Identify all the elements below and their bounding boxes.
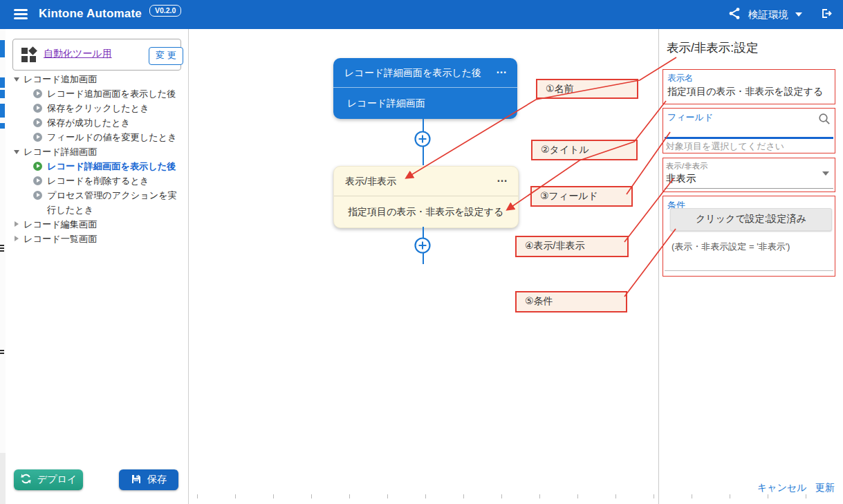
event-icon xyxy=(33,191,42,200)
app-header: Kintone Automate V0.2.0 検証環境 xyxy=(0,0,843,29)
tree-item-record-delete[interactable]: レコードを削除するとき xyxy=(12,174,185,188)
expand-icon xyxy=(15,221,19,227)
condition-group: 条件 クリックで設定:設定済み (表示・非表示設定 = '非表示') xyxy=(663,196,835,277)
node-divider xyxy=(333,87,517,88)
deploy-button[interactable]: デプロイ xyxy=(14,469,83,490)
chevron-down-icon[interactable] xyxy=(795,12,802,17)
annotation-box-visibility: ④表示/非表示 xyxy=(515,236,629,257)
name-field-group: 表示名 指定項目の表示・非表示を設定する xyxy=(663,69,835,104)
name-field-value[interactable]: 指定項目の表示・非表示を設定する xyxy=(667,86,823,98)
annotation-box-name: ①名前 xyxy=(536,79,638,99)
version-badge: V0.2.0 xyxy=(149,5,181,17)
change-app-button[interactable]: 変 更 xyxy=(149,47,183,65)
event-icon xyxy=(33,133,42,142)
app-title: Kintone Automate xyxy=(39,7,142,21)
tree-group-record-list[interactable]: レコード一覧画面 xyxy=(12,232,185,246)
deploy-label: デプロイ xyxy=(37,474,77,486)
field-search-input[interactable] xyxy=(666,124,828,138)
name-field-label: 表示名 xyxy=(667,73,694,84)
select-underline xyxy=(665,188,833,189)
app-card: 自動化ツール用 変 更 xyxy=(12,39,181,71)
visibility-select-group[interactable]: 表示/非表示 非表示 xyxy=(663,158,835,192)
visibility-label: 表示/非表示 xyxy=(666,161,708,171)
update-button[interactable]: 更新 xyxy=(815,482,835,494)
logout-icon[interactable] xyxy=(819,6,833,24)
tree-group-record-edit[interactable]: レコード編集画面 xyxy=(12,217,185,232)
collapse-icon xyxy=(14,150,19,154)
sidebar: 自動化ツール用 変 更 レコード追加画面 レコード追加画面を表示した後 保存をク… xyxy=(6,29,189,504)
tree-item-save-success[interactable]: 保存が成功したとき xyxy=(12,115,185,130)
share-icon[interactable] xyxy=(728,7,741,23)
tree-item-save-clicked[interactable]: 保存をクリックしたとき xyxy=(12,101,185,115)
node-menu-icon[interactable]: … xyxy=(497,172,508,185)
save-button[interactable]: 保存 xyxy=(119,469,178,490)
field-placeholder: 対象項目を選択してください xyxy=(666,140,784,153)
app-link[interactable]: 自動化ツール用 xyxy=(44,48,112,60)
condition-set-button[interactable]: クリックで設定:設定済み xyxy=(670,208,832,231)
action-node-title: 表示/非表示 xyxy=(345,176,396,188)
flow-canvas: レコード詳細画面を表示した後 … レコード詳細画面 表示/非表示 … 指定項目の… xyxy=(188,29,658,504)
tree-group-label: レコード編集画面 xyxy=(24,219,97,230)
annotation-box-title: ②タイトル xyxy=(531,140,638,160)
field-select-group: フィールド 対象項目を選択してください xyxy=(663,108,835,153)
tree-group-label: レコード一覧画面 xyxy=(24,234,97,244)
expand-icon xyxy=(15,236,19,241)
hamburger-menu-icon[interactable] xyxy=(14,9,28,20)
add-step-button[interactable] xyxy=(414,130,432,148)
tree-group-record-add[interactable]: レコード追加画面 xyxy=(12,72,185,86)
annotation-box-field: ③フィールド xyxy=(530,186,633,207)
annotation-box-condition: ⑤条件 xyxy=(515,291,627,312)
trigger-node-subtitle: レコード詳細画面 xyxy=(347,97,425,110)
trigger-node[interactable]: レコード詳細画面を表示した後 … レコード詳細画面 xyxy=(333,58,517,119)
save-icon xyxy=(131,474,142,487)
node-menu-icon[interactable]: … xyxy=(496,64,508,76)
action-node[interactable]: 表示/非表示 … 指定項目の表示・非表示を設定する xyxy=(333,166,519,228)
kintone-app-icon xyxy=(21,47,37,62)
field-label: フィールド xyxy=(667,111,713,124)
event-icon xyxy=(33,118,42,127)
save-label: 保存 xyxy=(147,474,167,486)
tree-group-label: レコード追加画面 xyxy=(24,74,97,84)
collapse-icon xyxy=(14,77,19,82)
condition-expression: (表示・非表示設定 = '非表示') xyxy=(671,241,790,253)
tree-item-field-changed[interactable]: フィールドの値を変更したとき xyxy=(12,130,185,144)
tree-group-label: レコード詳細画面 xyxy=(24,147,97,157)
event-icon xyxy=(33,176,42,185)
tree-item-process-action[interactable]: プロセス管理のアクションを実行したとき xyxy=(12,188,185,217)
condition-divider xyxy=(665,270,833,271)
add-step-button[interactable] xyxy=(414,236,432,254)
action-node-subtitle: 指定項目の表示・非表示を設定する xyxy=(348,206,503,218)
tree-item-detail-shown-active[interactable]: レコード詳細画面を表示した後 xyxy=(12,159,185,174)
trigger-node-title: レコード詳細画面を表示した後 xyxy=(344,67,481,80)
event-icon-active xyxy=(33,162,42,171)
panel-title: 表示/非表示:設定 xyxy=(667,39,758,56)
event-icon xyxy=(33,89,42,98)
settings-panel: 表示/非表示:設定 表示名 指定項目の表示・非表示を設定する フィールド 対象項… xyxy=(658,29,843,504)
node-divider xyxy=(334,196,518,196)
event-icon xyxy=(33,104,42,113)
environment-selector[interactable]: 検証環境 xyxy=(748,8,788,21)
dropdown-caret-icon[interactable] xyxy=(822,171,829,176)
focused-underline xyxy=(665,137,833,139)
tree-item-add-shown[interactable]: レコード追加画面を表示した後 xyxy=(12,86,185,101)
event-tree: レコード追加画面 レコード追加画面を表示した後 保存をクリックしたとき 保存が成… xyxy=(12,72,185,246)
visibility-selected-value[interactable]: 非表示 xyxy=(666,172,696,185)
kintone-automate-screen: Kintone Automate V0.2.0 検証環境 xyxy=(0,0,843,504)
cancel-button[interactable]: キャンセル xyxy=(757,482,807,494)
tree-group-record-detail[interactable]: レコード詳細画面 xyxy=(12,144,185,159)
refresh-icon xyxy=(20,473,32,487)
